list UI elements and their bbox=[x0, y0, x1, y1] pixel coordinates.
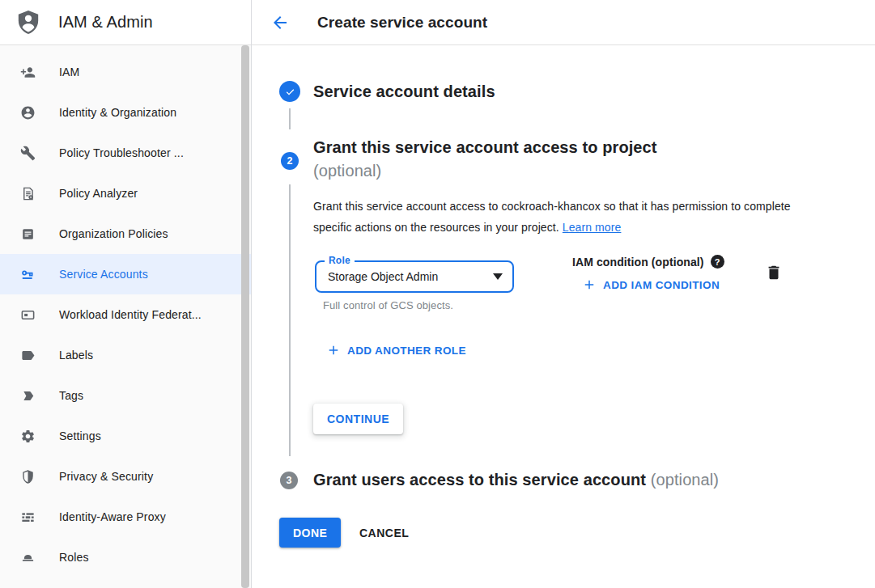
step-connector-line bbox=[289, 184, 291, 456]
person-add-icon bbox=[19, 64, 36, 80]
sidebar-item-label: Identity & Organization bbox=[59, 106, 176, 119]
sidebar-item-label: Privacy & Security bbox=[59, 470, 153, 483]
step3-title: Grant users access to this service accou… bbox=[313, 471, 719, 489]
plus-icon bbox=[582, 277, 597, 292]
sidebar-item-label: Organization Policies bbox=[59, 227, 168, 240]
sidebar-item-label: Labels bbox=[59, 349, 93, 362]
role-helper-text: Full control of GCS objects. bbox=[323, 299, 453, 311]
sidebar-item-labels[interactable]: Labels bbox=[0, 335, 251, 375]
step3-number-badge: 3 bbox=[280, 472, 298, 489]
label-icon bbox=[19, 347, 36, 363]
step-connector-line bbox=[289, 108, 291, 129]
delete-role-trash-icon[interactable] bbox=[765, 264, 783, 281]
add-iam-condition-button[interactable]: ADD IAM CONDITION bbox=[582, 277, 720, 292]
sidebar-item-service-accounts[interactable]: Service Accounts bbox=[0, 254, 251, 294]
document-lines-icon bbox=[19, 226, 36, 242]
step2-description-text: Grant this service account access to coc… bbox=[313, 200, 791, 234]
sidebar-item-label: Roles bbox=[59, 551, 89, 564]
wrench-icon bbox=[19, 145, 36, 161]
page-title: Create service account bbox=[317, 14, 487, 32]
sidebar-item-label: Tags bbox=[59, 389, 83, 402]
sidebar-item-label: Workload Identity Federat... bbox=[59, 308, 202, 321]
add-iam-condition-label: ADD IAM CONDITION bbox=[603, 279, 720, 291]
add-another-role-label: ADD ANOTHER ROLE bbox=[347, 345, 466, 357]
step2-description: Grant this service account access to coc… bbox=[313, 197, 794, 238]
sidebar-item-tags[interactable]: Tags bbox=[0, 375, 251, 416]
plus-icon bbox=[326, 343, 341, 357]
sidebar-item-label: Settings bbox=[59, 429, 101, 442]
step3-title-text: Grant users access to this service accou… bbox=[313, 471, 646, 489]
product-title: IAM & Admin bbox=[58, 13, 153, 32]
sidebar-item-label: Identity-Aware Proxy bbox=[59, 510, 166, 523]
iam-admin-console: IAM & Admin IAM Identity & Organization … bbox=[0, 0, 875, 588]
tag-arrow-icon bbox=[19, 387, 36, 404]
sidebar-item-identity-aware-proxy[interactable]: Identity-Aware Proxy bbox=[0, 497, 251, 537]
step2-title: Grant this service account access to pro… bbox=[313, 136, 767, 183]
step2-optional-label: (optional) bbox=[313, 159, 767, 183]
id-card-icon bbox=[19, 307, 36, 323]
sidebar-item-policy-troubleshooter[interactable]: Policy Troubleshooter ... bbox=[0, 133, 251, 173]
account-circle-icon bbox=[19, 104, 36, 121]
iam-condition-label: IAM condition (optional) ? bbox=[572, 255, 724, 269]
sidebar-item-label: Service Accounts bbox=[59, 268, 148, 281]
sidebar-item-identity-organization[interactable]: Identity & Organization bbox=[0, 92, 251, 133]
continue-button[interactable]: CONTINUE bbox=[313, 404, 403, 434]
add-another-role-button[interactable]: ADD ANOTHER ROLE bbox=[326, 343, 466, 357]
sidebar: IAM & Admin IAM Identity & Organization … bbox=[0, 0, 252, 588]
back-arrow-icon[interactable] bbox=[270, 13, 290, 32]
sidebar-item-label: Policy Troubleshooter ... bbox=[59, 146, 184, 159]
hat-icon bbox=[19, 549, 36, 565]
iam-condition-label-text: IAM condition (optional) bbox=[572, 256, 704, 269]
sidebar-item-iam[interactable]: IAM bbox=[0, 52, 251, 92]
sidebar-item-policy-analyzer[interactable]: Policy Analyzer bbox=[0, 173, 251, 214]
role-select[interactable]: Role Storage Object Admin bbox=[315, 260, 514, 293]
sidebar-scrollbar[interactable] bbox=[241, 45, 249, 588]
half-shield-icon bbox=[19, 468, 36, 484]
sidebar-item-label: IAM bbox=[59, 66, 79, 78]
step1-complete-check-icon bbox=[279, 81, 300, 102]
sidebar-item-privacy-security[interactable]: Privacy & Security bbox=[0, 456, 251, 497]
wizard-content: Service account details 2 Grant this ser… bbox=[252, 45, 875, 588]
gear-icon bbox=[19, 428, 36, 444]
sidebar-header: IAM & Admin bbox=[0, 0, 251, 45]
sidebar-nav: IAM Identity & Organization Policy Troub… bbox=[0, 45, 251, 577]
step3-optional-label: (optional) bbox=[651, 471, 719, 489]
learn-more-link[interactable]: Learn more bbox=[563, 221, 622, 234]
main-panel: Create service account Service account d… bbox=[252, 0, 875, 588]
chevron-down-icon bbox=[493, 273, 503, 280]
done-button[interactable]: DONE bbox=[279, 518, 341, 548]
sidebar-item-label: Policy Analyzer bbox=[59, 187, 138, 200]
cancel-button[interactable]: CANCEL bbox=[359, 518, 409, 548]
sidebar-item-roles[interactable]: Roles bbox=[0, 537, 251, 577]
step1-title: Service account details bbox=[313, 82, 495, 101]
sidebar-item-organization-policies[interactable]: Organization Policies bbox=[0, 214, 251, 254]
service-account-key-icon bbox=[19, 266, 36, 282]
policy-analyzer-icon bbox=[19, 185, 36, 201]
iam-admin-shield-logo-icon bbox=[16, 9, 40, 36]
help-icon[interactable]: ? bbox=[711, 255, 724, 269]
role-field-label: Role bbox=[325, 255, 355, 266]
role-selected-value: Storage Object Admin bbox=[328, 270, 493, 283]
step2-title-text: Grant this service account access to pro… bbox=[313, 138, 657, 156]
step2-number-badge: 2 bbox=[281, 152, 299, 170]
page-header: Create service account bbox=[252, 0, 875, 45]
proxy-stripes-icon bbox=[19, 509, 36, 525]
sidebar-item-workload-identity-federation[interactable]: Workload Identity Federat... bbox=[0, 294, 251, 335]
sidebar-item-settings[interactable]: Settings bbox=[0, 416, 251, 456]
